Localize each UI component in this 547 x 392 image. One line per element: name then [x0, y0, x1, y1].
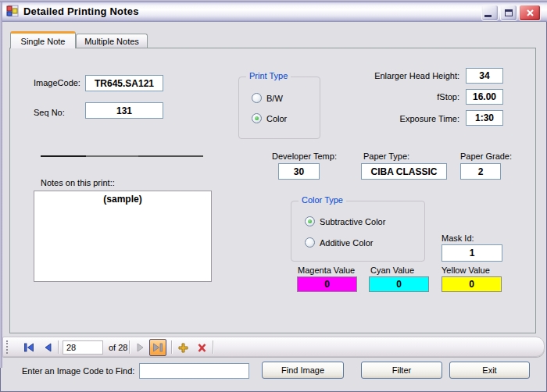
find-image-button[interactable]: Find Image — [262, 362, 344, 379]
add-icon — [178, 343, 188, 353]
notes-label: Notes on this print:: — [41, 178, 115, 187]
yellow-value-field[interactable]: 0 — [442, 276, 502, 292]
radio-additive-color[interactable] — [305, 237, 315, 248]
color-type-groupbox: Color Type — [291, 201, 425, 262]
radio-color[interactable] — [252, 113, 262, 123]
radio-color-label[interactable]: Color — [266, 114, 287, 123]
close-icon — [526, 9, 534, 17]
move-first-button[interactable] — [21, 340, 37, 355]
fstop-field[interactable]: 16.00 — [466, 89, 503, 105]
mask-id-label: Mask Id: — [442, 233, 474, 243]
toolbar-separator — [213, 340, 213, 354]
add-new-record-button[interactable] — [175, 340, 191, 355]
minimize-icon — [484, 15, 492, 17]
seq-no-label: Seq No: — [34, 108, 65, 117]
radio-bw[interactable] — [252, 93, 262, 103]
move-next-button[interactable] — [133, 340, 148, 355]
window-border-right — [0, 0, 2, 368]
exposure-time-field[interactable]: 1:30 — [466, 110, 503, 126]
maximize-button[interactable] — [500, 5, 517, 21]
cyan-value-label: Cyan Value — [370, 265, 414, 275]
form-icon — [6, 5, 19, 17]
radio-subtractive-color-label[interactable]: Subtractive Color — [320, 217, 385, 226]
window-controls — [481, 5, 541, 21]
paper-grade-label: Paper Grade: — [460, 151, 512, 161]
divider-line — [41, 155, 203, 157]
radio-subtractive-color[interactable] — [305, 216, 315, 226]
close-button[interactable] — [519, 5, 541, 21]
yellow-value-label: Yellow Value — [442, 265, 490, 275]
enlarger-head-height-label: Enlarger Head Height: — [328, 71, 459, 80]
exit-button[interactable]: Exit — [449, 362, 530, 379]
radio-bw-label[interactable]: B/W — [266, 94, 283, 103]
delete-record-button[interactable] — [194, 340, 209, 355]
tab-multiple-notes[interactable]: Multiple Notes — [76, 34, 148, 48]
image-code-label: ImageCode: — [34, 78, 80, 87]
find-code-label: Enter an Image Code to Find: — [22, 366, 134, 376]
print-type-title: Print Type — [246, 71, 291, 80]
magenta-value-label: Magenta Value — [298, 265, 355, 275]
exposure-time-label: Exposure Time: — [328, 114, 459, 123]
developer-temp-field[interactable]: 30 — [278, 163, 320, 180]
enlarger-head-height-field[interactable]: 34 — [466, 68, 503, 84]
paper-grade-field[interactable]: 2 — [460, 163, 501, 180]
paper-type-label: Paper Type: — [363, 151, 409, 161]
filter-button[interactable]: Filter — [361, 362, 442, 379]
maximize-icon — [505, 9, 513, 16]
toolbar-separator — [58, 340, 59, 354]
move-next-icon — [136, 343, 145, 352]
move-previous-icon — [43, 343, 52, 352]
delete-icon — [197, 343, 207, 353]
detailed-printing-notes-window: Detailed Printing Notes Single Note Mult… — [0, 0, 547, 392]
mask-id-field[interactable]: 1 — [442, 244, 502, 262]
fstop-label: fStop: — [328, 92, 459, 102]
record-navigator-toolbar: of 28 — [2, 337, 545, 357]
magenta-value-field[interactable]: 0 — [297, 276, 357, 292]
tab-single-note[interactable]: Single Note — [10, 31, 76, 48]
notes-textarea[interactable]: (sample) — [34, 191, 212, 282]
move-previous-button[interactable] — [40, 340, 55, 355]
image-code-field[interactable]: TR645.SA121 — [85, 75, 163, 91]
radio-additive-color-label[interactable]: Additive Color — [320, 238, 373, 248]
developer-temp-label: Developer Temp: — [272, 151, 337, 161]
move-last-button[interactable] — [149, 339, 166, 356]
toolbar-separator — [171, 340, 172, 354]
color-type-title: Color Type — [299, 195, 346, 205]
minimize-button[interactable] — [481, 5, 499, 21]
find-code-input[interactable] — [139, 363, 249, 379]
cyan-value-field[interactable]: 0 — [369, 276, 429, 292]
record-position-input[interactable] — [63, 340, 103, 355]
move-last-icon — [152, 343, 163, 352]
window-title: Detailed Printing Notes — [23, 5, 139, 17]
move-first-icon — [23, 343, 34, 352]
toolbar-grip-handle[interactable] — [6, 340, 8, 354]
toolbar-separator — [129, 340, 130, 354]
window-border-bottom — [0, 0, 547, 2]
record-count-label: of 28 — [109, 343, 127, 352]
paper-type-field[interactable]: CIBA CLASSIC — [361, 163, 447, 180]
titlebar: Detailed Printing Notes — [0, 0, 547, 22]
print-type-groupbox: Print Type — [238, 77, 320, 139]
seq-no-field[interactable]: 131 — [85, 102, 163, 119]
